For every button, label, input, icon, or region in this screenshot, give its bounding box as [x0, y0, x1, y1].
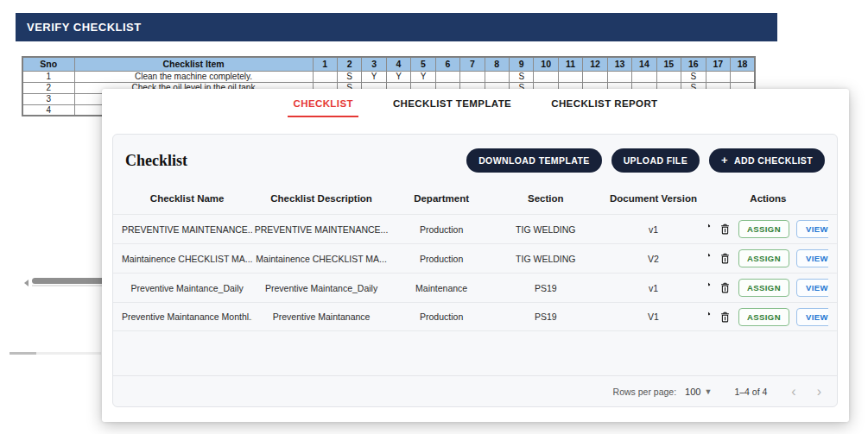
bg-row-day-cell: S	[510, 71, 534, 82]
cell-actions: ASSIGNVIEW	[708, 220, 828, 238]
bg-day-col-header: 15	[656, 57, 681, 71]
cell-document-version: V1	[599, 311, 708, 322]
cell-checklist-description: PREVENTIVE MAINTENANCE...	[252, 224, 390, 235]
upload-file-button[interactable]: UPLOAD FILE	[611, 148, 700, 173]
cell-section: PS19	[492, 283, 599, 293]
download-template-label: DOWNLOAD TEMPLATE	[478, 155, 590, 166]
cell-actions: ASSIGNVIEW	[708, 308, 828, 326]
rows-per-page-value: 100	[685, 387, 700, 397]
cell-section: TIG WELDING	[492, 254, 599, 264]
bg-row-day-cell	[485, 71, 509, 82]
plus-icon: +	[721, 156, 728, 165]
bg-day-col-header: 10	[534, 57, 558, 71]
caret-down-icon: ▼	[704, 387, 712, 396]
bg-col-item: Checklist Item	[74, 57, 313, 71]
rows-per-page-label: Rows per page:	[613, 387, 677, 397]
page-scrollbar-thumb[interactable]	[10, 352, 36, 355]
upload-file-label: UPLOAD FILE	[624, 155, 687, 166]
cell-department: Production	[390, 224, 493, 235]
next-page-button[interactable]: ›	[817, 386, 821, 398]
cell-checklist-name: Preventive Maintance_Daily	[122, 283, 252, 293]
col-section: Section	[492, 193, 599, 204]
delete-trash-icon[interactable]	[719, 311, 732, 324]
bg-day-col-header: 2	[337, 57, 361, 71]
tab-checklist-report[interactable]: CHECKLIST REPORT	[546, 97, 662, 117]
bg-row-day-cell: S	[681, 71, 706, 82]
checklist-table-row: Preventive Maintanance Monthl...Preventi…	[113, 302, 837, 331]
horizontal-scrollbar-track[interactable]	[32, 285, 105, 286]
bg-day-col-header: 18	[730, 57, 755, 71]
bg-day-col-header: 13	[607, 57, 631, 71]
bg-row-day-cell	[534, 71, 558, 82]
assign-button[interactable]: ASSIGN	[738, 249, 789, 267]
bg-row-day-cell	[558, 71, 582, 82]
bg-day-col-header: 12	[583, 57, 607, 71]
delete-trash-icon[interactable]	[719, 252, 732, 265]
assign-button[interactable]: ASSIGN	[738, 279, 789, 297]
bg-table-header-row: Sno Checklist Item 123456789101112131415…	[22, 57, 755, 71]
bg-day-col-header: 8	[485, 57, 509, 71]
bg-row-sno: 4	[22, 104, 74, 116]
tab-bar: CHECKLIST CHECKLIST TEMPLATE CHECKLIST R…	[102, 89, 849, 117]
cell-department: Production	[390, 254, 493, 264]
assign-button[interactable]: ASSIGN	[738, 308, 789, 326]
bg-day-col-header: 1	[313, 57, 337, 71]
screen: VERIFY CHECKLIST Sno Checklist Item 1234…	[0, 0, 868, 434]
bg-day-col-header: 16	[681, 57, 706, 71]
pagination-range: 1–4 of 4	[734, 387, 767, 397]
bg-table-row: 1Clean the machine completely.SYYYSS	[22, 71, 755, 82]
bg-day-col-header: 9	[510, 57, 534, 71]
checklist-rows: PREVENTIVE MAINTENANCE...PREVENTIVE MAIN…	[113, 214, 837, 331]
edit-pencil-icon[interactable]	[708, 311, 712, 324]
add-checklist-label: ADD CHECKLIST	[734, 155, 813, 166]
add-checklist-button[interactable]: + ADD CHECKLIST	[709, 148, 825, 173]
cell-department: Maintenance	[390, 283, 493, 293]
download-template-button[interactable]: DOWNLOAD TEMPLATE	[466, 148, 602, 173]
cell-checklist-name: PREVENTIVE MAINTENANCE...	[122, 224, 252, 235]
view-button[interactable]: VIEW	[796, 279, 828, 297]
bg-day-col-header: 4	[386, 57, 410, 71]
cell-department: Production	[390, 311, 493, 322]
page-scrollbar-track[interactable]	[36, 352, 101, 355]
edit-pencil-icon[interactable]	[708, 281, 712, 294]
rows-per-page-select[interactable]: 100 ▼	[685, 387, 712, 397]
cell-document-version: V2	[599, 254, 708, 264]
bg-row-day-cell	[435, 71, 459, 82]
cell-section: PS19	[492, 311, 599, 322]
tab-checklist-template[interactable]: CHECKLIST TEMPLATE	[388, 97, 516, 117]
bg-day-col-header: 14	[632, 57, 656, 71]
assign-button[interactable]: ASSIGN	[738, 220, 789, 238]
bg-row-sno: 3	[22, 93, 74, 104]
bg-row-day-cell: S	[337, 71, 361, 82]
cell-document-version: v1	[599, 224, 708, 235]
cell-actions: ASSIGNVIEW	[708, 279, 828, 297]
col-checklist-description: Checklist Description	[252, 193, 390, 204]
bg-row-item: Clean the machine completely.	[74, 71, 313, 82]
bg-row-day-cell	[583, 71, 607, 82]
edit-pencil-icon[interactable]	[708, 223, 712, 236]
delete-trash-icon[interactable]	[719, 223, 732, 236]
bg-row-day-cell: Y	[411, 71, 435, 82]
view-button[interactable]: VIEW	[796, 249, 828, 267]
checklist-table-row: Preventive Maintance_DailyPreventive Mai…	[113, 273, 837, 302]
view-button[interactable]: VIEW	[796, 308, 828, 326]
previous-page-button[interactable]: ‹	[791, 386, 795, 398]
cell-actions: ASSIGNVIEW	[708, 249, 828, 267]
scroll-left-arrow-icon[interactable]	[24, 280, 29, 286]
col-checklist-name: Checklist Name	[122, 193, 252, 204]
bg-row-sno: 1	[22, 71, 74, 82]
bg-day-col-header: 6	[435, 57, 459, 71]
bg-row-day-cell	[460, 71, 485, 82]
tab-checklist[interactable]: CHECKLIST	[288, 97, 358, 117]
bg-day-col-header: 3	[362, 57, 386, 71]
checklist-table-row: Maintainence CHECKLIST MA...Maintainence…	[113, 243, 837, 273]
bg-row-day-cell: Y	[386, 71, 410, 82]
bg-row-day-cell	[313, 71, 337, 82]
cell-document-version: v1	[599, 283, 708, 293]
pagination-bar: Rows per page: 100 ▼ 1–4 of 4 ‹ ›	[113, 375, 837, 406]
bg-row-day-cell	[632, 71, 656, 82]
edit-pencil-icon[interactable]	[708, 252, 712, 265]
view-button[interactable]: VIEW	[796, 220, 828, 238]
delete-trash-icon[interactable]	[719, 281, 732, 294]
col-document-version: Document Version	[599, 193, 708, 204]
